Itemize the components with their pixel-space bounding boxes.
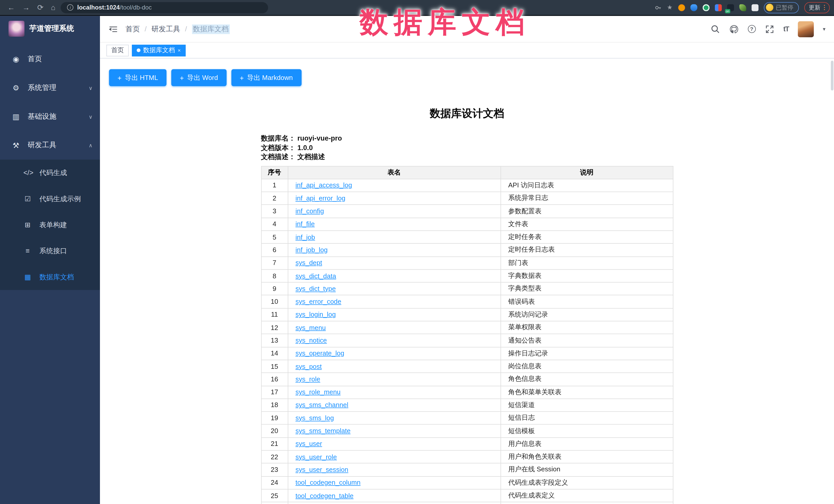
table-row: 12 sys_menu 菜单权限表	[261, 321, 673, 334]
table-name-link[interactable]: sys_user_role	[295, 453, 337, 461]
sidebar-item-devtools[interactable]: ⚒ 研发工具 ∧	[0, 131, 100, 160]
table-name-link[interactable]: inf_job_log	[295, 246, 328, 254]
extension-icon-2[interactable]	[690, 4, 697, 11]
table-name-link[interactable]: inf_config	[295, 207, 324, 215]
sidebar-item-codegen[interactable]: </> 代码生成	[0, 160, 100, 185]
table-row: 16 sys_role 角色信息表	[261, 373, 673, 386]
table-name-link[interactable]: inf_job	[295, 233, 315, 241]
table-name-link[interactable]: inf_file	[295, 220, 315, 228]
font-size-icon[interactable]: tT	[783, 25, 789, 33]
site-info-icon[interactable]: i	[67, 4, 73, 11]
sidebar: 芋道管理系统 ◉ 首页 ⚙ 系统管理 ∨ ▥ 基础设施 ∨ ⚒	[0, 16, 100, 504]
sidebar-item-api[interactable]: ≡ 系统接口	[0, 238, 100, 264]
table-name-link[interactable]: sys_error_code	[295, 298, 341, 306]
logo-image	[8, 21, 24, 37]
extensions-puzzle-icon[interactable]	[751, 4, 758, 11]
table-name-link[interactable]: inf_api_error_log	[295, 195, 345, 202]
sidebar-item-label: 表单构建	[39, 220, 67, 229]
row-description: 定时任务表	[501, 231, 673, 243]
browser-menu-icon[interactable]	[824, 5, 825, 10]
export-markdown-button[interactable]: + 导出 Markdown	[231, 69, 301, 86]
extension-icon-1[interactable]	[678, 4, 685, 11]
monitor-icon: ▥	[12, 112, 20, 121]
table-name-link[interactable]: sys_dept	[295, 259, 322, 267]
table-name-link[interactable]: sys_operate_log	[295, 350, 344, 357]
table-name-link[interactable]: sys_sms_log	[295, 414, 334, 422]
table-name-link[interactable]: sys_user	[295, 440, 322, 448]
row-index: 15	[261, 360, 288, 373]
github-icon[interactable]	[729, 24, 739, 34]
sidebar-logo[interactable]: 芋道管理系统	[0, 16, 100, 41]
close-icon[interactable]: ×	[178, 47, 181, 53]
table-row: 3 inf_config 参数配置表	[261, 205, 673, 218]
url-path: /tool/db-doc	[120, 4, 152, 11]
sidebar-item-form-builder[interactable]: ⊞ 表单构建	[0, 212, 100, 238]
row-index: 14	[261, 347, 288, 360]
table-name-link[interactable]: sys_user_session	[295, 466, 348, 474]
meta-line: 数据库名： ruoyi-vue-pro	[261, 134, 673, 143]
table-name-link[interactable]: sys_dict_type	[295, 285, 336, 292]
table-name-link[interactable]: sys_role_menu	[295, 389, 341, 396]
row-description: 用户在线 Session	[501, 463, 673, 476]
fullscreen-icon[interactable]	[765, 24, 774, 34]
tag-home[interactable]: 首页	[106, 44, 129, 56]
row-description: 角色信息表	[501, 373, 673, 386]
row-description: 字典数据表	[501, 269, 673, 282]
profile-paused-chip[interactable]: 已暂停	[764, 2, 799, 13]
table-name-link[interactable]: sys_sms_channel	[295, 401, 348, 409]
meta-line: 文档描述： 文档描述	[261, 152, 673, 161]
row-description: 短信渠道	[501, 399, 673, 412]
table-name-link[interactable]: sys_sms_template	[295, 428, 350, 435]
sidebar-collapse-icon[interactable]	[105, 21, 121, 37]
browser-forward-button[interactable]: →	[22, 4, 30, 11]
table-name-link[interactable]: sys_login_log	[295, 311, 336, 319]
sidebar-item-db-doc[interactable]: ▦ 数据库文档	[0, 264, 100, 290]
sidebar-item-codegen-demo[interactable]: ☑ 代码生成示例	[0, 185, 100, 212]
table-name-link[interactable]: tool_codegen_column	[295, 479, 360, 486]
table-row: 6 inf_job_log 定时任务日志表	[261, 244, 673, 257]
export-html-button[interactable]: + 导出 HTML	[109, 69, 167, 86]
sidebar-item-home[interactable]: ◉ 首页	[0, 45, 100, 73]
browser-update-button[interactable]: 更新	[804, 2, 830, 13]
breadcrumb-section[interactable]: 研发工具	[152, 24, 180, 34]
extension-icon-4[interactable]	[715, 4, 722, 11]
sidebar-item-system[interactable]: ⚙ 系统管理 ∨	[0, 73, 100, 102]
help-icon[interactable]: ?	[748, 25, 755, 33]
table-header-row: 序号 表名 说明	[261, 166, 673, 179]
address-bar[interactable]: i localhost:1024/tool/db-doc	[61, 2, 268, 13]
browser-home-button[interactable]: ⌂	[51, 4, 56, 11]
row-index: 5	[261, 231, 288, 243]
table-name-link[interactable]: sys_menu	[295, 324, 326, 331]
table-row: 9 sys_dict_type 字典类型表	[261, 282, 673, 295]
table-name-link[interactable]: tool_codegen_table	[295, 492, 354, 499]
key-icon[interactable]	[655, 4, 662, 11]
scrollbar-thumb[interactable]	[831, 61, 833, 90]
row-description: 通知公告表	[501, 334, 673, 347]
breadcrumb-home[interactable]: 首页	[126, 24, 140, 34]
extension-icon-6[interactable]	[739, 4, 746, 11]
col-header-name: 表名	[288, 166, 501, 179]
table-row: 18 sys_sms_channel 短信渠道	[261, 399, 673, 412]
extension-icon-3[interactable]	[702, 4, 709, 11]
document-meta: 数据库名： ruoyi-vue-pro 文档版本： 1.0.0 文档描述：	[261, 134, 673, 162]
table-name-link[interactable]: sys_dict_data	[295, 272, 336, 280]
browser-reload-button[interactable]: ⟳	[37, 4, 43, 11]
browser-back-button[interactable]: ←	[7, 4, 15, 11]
table-name-link[interactable]: sys_post	[295, 363, 322, 370]
export-word-button[interactable]: + 导出 Word	[171, 69, 227, 86]
extension-icon-5[interactable]: on	[727, 4, 734, 11]
row-index: 13	[261, 334, 288, 347]
table-name-link[interactable]: inf_api_access_log	[295, 182, 352, 189]
sidebar-item-infra[interactable]: ▥ 基础设施 ∨	[0, 102, 100, 131]
table-name-link[interactable]: sys_notice	[295, 337, 327, 344]
search-icon[interactable]	[710, 24, 720, 34]
shield-check-icon: ☑	[23, 195, 32, 203]
table-row: 21 sys_user 用户信息表	[261, 437, 673, 450]
avatar[interactable]	[798, 21, 814, 37]
row-description: 错误码表	[501, 295, 673, 308]
table-name-link[interactable]: sys_role	[295, 375, 320, 383]
tag-db-doc[interactable]: 数据库文档 ×	[132, 44, 185, 56]
bookmark-star-icon[interactable]: ★	[667, 4, 673, 11]
chevron-down-icon[interactable]: ▾	[823, 26, 826, 32]
row-index: 22	[261, 450, 288, 463]
